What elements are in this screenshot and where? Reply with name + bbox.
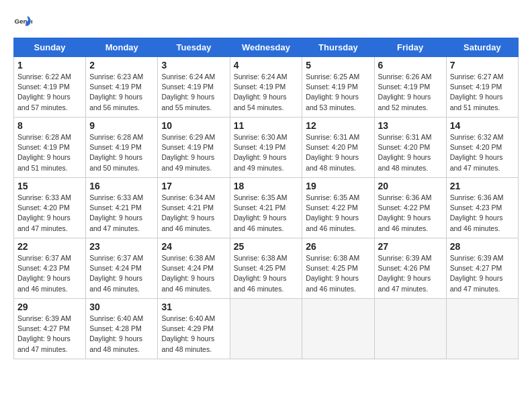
calendar-cell: 8Sunrise: 6:28 AMSunset: 4:19 PMDaylight… — [14, 118, 86, 178]
day-number: 16 — [89, 181, 154, 191]
calendar-cell: 16Sunrise: 6:33 AMSunset: 4:21 PMDayligh… — [86, 178, 158, 238]
calendar-cell: 25Sunrise: 6:38 AMSunset: 4:25 PMDayligh… — [230, 238, 302, 299]
day-number: 31 — [161, 302, 226, 312]
logo-icon: General — [13, 13, 32, 32]
calendar-body: 1Sunrise: 6:22 AMSunset: 4:19 PMDaylight… — [14, 57, 519, 359]
day-info: Sunrise: 6:23 AMSunset: 4:19 PMDaylight:… — [89, 72, 154, 113]
calendar-cell: 3Sunrise: 6:24 AMSunset: 4:19 PMDaylight… — [158, 57, 230, 118]
day-info: Sunrise: 6:25 AMSunset: 4:19 PMDaylight:… — [306, 72, 370, 113]
weekday-header-cell: Wednesday — [230, 38, 302, 57]
calendar-cell: 22Sunrise: 6:37 AMSunset: 4:23 PMDayligh… — [14, 238, 86, 299]
day-info: Sunrise: 6:37 AMSunset: 4:24 PMDaylight:… — [89, 253, 154, 294]
day-info: Sunrise: 6:24 AMSunset: 4:19 PMDaylight:… — [234, 72, 299, 113]
calendar-cell: 1Sunrise: 6:22 AMSunset: 4:19 PMDaylight… — [14, 57, 86, 118]
weekday-header-cell: Sunday — [14, 38, 86, 57]
day-number: 26 — [306, 241, 370, 252]
day-number: 21 — [450, 181, 515, 191]
calendar-week-row: 1Sunrise: 6:22 AMSunset: 4:19 PMDaylight… — [14, 57, 519, 118]
day-number: 22 — [17, 241, 82, 252]
day-number: 1 — [17, 60, 82, 71]
calendar-cell: 5Sunrise: 6:25 AMSunset: 4:19 PMDaylight… — [302, 57, 374, 118]
day-number: 23 — [89, 241, 154, 252]
day-info: Sunrise: 6:35 AMSunset: 4:22 PMDaylight:… — [306, 193, 370, 234]
day-number: 3 — [161, 60, 226, 71]
calendar-cell: 6Sunrise: 6:26 AMSunset: 4:19 PMDaylight… — [374, 57, 446, 118]
calendar-cell: 26Sunrise: 6:38 AMSunset: 4:25 PMDayligh… — [302, 238, 374, 299]
day-number: 6 — [378, 60, 443, 71]
calendar-cell: 15Sunrise: 6:33 AMSunset: 4:20 PMDayligh… — [14, 178, 86, 238]
calendar-week-row: 29Sunrise: 6:39 AMSunset: 4:27 PMDayligh… — [14, 299, 519, 359]
day-number: 20 — [378, 181, 443, 191]
day-info: Sunrise: 6:29 AMSunset: 4:19 PMDaylight:… — [161, 132, 226, 173]
logo: General — [13, 13, 34, 32]
day-info: Sunrise: 6:35 AMSunset: 4:21 PMDaylight:… — [234, 193, 299, 234]
calendar-cell-empty — [446, 299, 518, 359]
weekday-header-cell: Monday — [86, 38, 158, 57]
day-number: 25 — [234, 241, 299, 252]
calendar-cell: 10Sunrise: 6:29 AMSunset: 4:19 PMDayligh… — [158, 118, 230, 178]
calendar-cell: 29Sunrise: 6:39 AMSunset: 4:27 PMDayligh… — [14, 299, 86, 359]
day-info: Sunrise: 6:40 AMSunset: 4:28 PMDaylight:… — [89, 314, 154, 355]
weekday-header-cell: Thursday — [302, 38, 374, 57]
day-info: Sunrise: 6:33 AMSunset: 4:20 PMDaylight:… — [17, 193, 82, 234]
calendar-cell: 27Sunrise: 6:39 AMSunset: 4:26 PMDayligh… — [374, 238, 446, 299]
day-number: 12 — [306, 120, 370, 131]
calendar-cell: 24Sunrise: 6:38 AMSunset: 4:24 PMDayligh… — [158, 238, 230, 299]
day-number: 27 — [378, 241, 443, 252]
day-number: 15 — [17, 181, 82, 191]
calendar-cell: 9Sunrise: 6:28 AMSunset: 4:19 PMDaylight… — [86, 118, 158, 178]
day-info: Sunrise: 6:40 AMSunset: 4:29 PMDaylight:… — [161, 314, 226, 355]
calendar-cell: 12Sunrise: 6:31 AMSunset: 4:20 PMDayligh… — [302, 118, 374, 178]
weekday-header-cell: Tuesday — [158, 38, 230, 57]
day-info: Sunrise: 6:34 AMSunset: 4:21 PMDaylight:… — [161, 193, 226, 234]
day-number: 29 — [17, 302, 82, 312]
day-info: Sunrise: 6:22 AMSunset: 4:19 PMDaylight:… — [17, 72, 82, 113]
day-number: 5 — [306, 60, 370, 71]
day-number: 19 — [306, 181, 370, 191]
day-info: Sunrise: 6:38 AMSunset: 4:24 PMDaylight:… — [161, 253, 226, 294]
day-number: 13 — [378, 120, 443, 131]
calendar-week-row: 15Sunrise: 6:33 AMSunset: 4:20 PMDayligh… — [14, 178, 519, 238]
calendar-cell: 13Sunrise: 6:31 AMSunset: 4:20 PMDayligh… — [374, 118, 446, 178]
day-info: Sunrise: 6:27 AMSunset: 4:19 PMDaylight:… — [450, 72, 515, 113]
day-info: Sunrise: 6:32 AMSunset: 4:20 PMDaylight:… — [450, 132, 515, 173]
calendar-cell-empty — [230, 299, 302, 359]
day-info: Sunrise: 6:30 AMSunset: 4:19 PMDaylight:… — [234, 132, 299, 173]
calendar-cell: 4Sunrise: 6:24 AMSunset: 4:19 PMDaylight… — [230, 57, 302, 118]
day-info: Sunrise: 6:39 AMSunset: 4:26 PMDaylight:… — [378, 253, 443, 294]
day-info: Sunrise: 6:31 AMSunset: 4:20 PMDaylight:… — [306, 132, 370, 173]
calendar-week-row: 8Sunrise: 6:28 AMSunset: 4:19 PMDaylight… — [14, 118, 519, 178]
day-info: Sunrise: 6:39 AMSunset: 4:27 PMDaylight:… — [450, 253, 515, 294]
calendar-cell: 23Sunrise: 6:37 AMSunset: 4:24 PMDayligh… — [86, 238, 158, 299]
day-info: Sunrise: 6:24 AMSunset: 4:19 PMDaylight:… — [161, 72, 226, 113]
day-number: 30 — [89, 302, 154, 312]
day-number: 17 — [161, 181, 226, 191]
day-number: 14 — [450, 120, 515, 131]
day-number: 10 — [161, 120, 226, 131]
calendar-cell-empty — [302, 299, 374, 359]
day-number: 2 — [89, 60, 154, 71]
calendar-week-row: 22Sunrise: 6:37 AMSunset: 4:23 PMDayligh… — [14, 238, 519, 299]
calendar-cell: 11Sunrise: 6:30 AMSunset: 4:19 PMDayligh… — [230, 118, 302, 178]
day-info: Sunrise: 6:28 AMSunset: 4:19 PMDaylight:… — [17, 132, 82, 173]
day-number: 4 — [234, 60, 299, 71]
calendar-table: SundayMondayTuesdayWednesdayThursdayFrid… — [13, 38, 519, 359]
day-info: Sunrise: 6:39 AMSunset: 4:27 PMDaylight:… — [17, 314, 82, 355]
page-header: General — [13, 13, 519, 32]
calendar-cell: 17Sunrise: 6:34 AMSunset: 4:21 PMDayligh… — [158, 178, 230, 238]
day-info: Sunrise: 6:31 AMSunset: 4:20 PMDaylight:… — [378, 132, 443, 173]
day-info: Sunrise: 6:28 AMSunset: 4:19 PMDaylight:… — [89, 132, 154, 173]
weekday-header-row: SundayMondayTuesdayWednesdayThursdayFrid… — [14, 38, 519, 57]
day-number: 7 — [450, 60, 515, 71]
day-number: 24 — [161, 241, 226, 252]
day-info: Sunrise: 6:38 AMSunset: 4:25 PMDaylight:… — [306, 253, 370, 294]
weekday-header-cell: Saturday — [446, 38, 518, 57]
calendar-cell-empty — [374, 299, 446, 359]
calendar-cell: 7Sunrise: 6:27 AMSunset: 4:19 PMDaylight… — [446, 57, 518, 118]
day-info: Sunrise: 6:37 AMSunset: 4:23 PMDaylight:… — [17, 253, 82, 294]
calendar-cell: 20Sunrise: 6:36 AMSunset: 4:22 PMDayligh… — [374, 178, 446, 238]
calendar-cell: 21Sunrise: 6:36 AMSunset: 4:23 PMDayligh… — [446, 178, 518, 238]
calendar-cell: 30Sunrise: 6:40 AMSunset: 4:28 PMDayligh… — [86, 299, 158, 359]
day-info: Sunrise: 6:36 AMSunset: 4:23 PMDaylight:… — [450, 193, 515, 234]
weekday-header-cell: Friday — [374, 38, 446, 57]
